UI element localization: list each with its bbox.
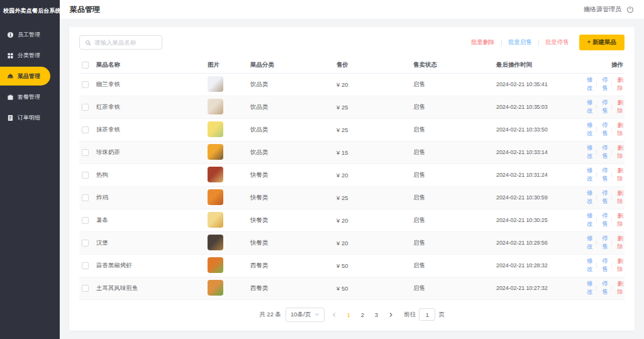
category-grid-icon [7, 52, 14, 59]
delete-link[interactable]: 删除 [615, 76, 624, 92]
divider [611, 286, 612, 291]
delete-link[interactable]: 删除 [615, 144, 624, 160]
dish-image [208, 212, 223, 228]
main-area: 菜品管理 幽络源管理员 批量删除 [60, 0, 644, 339]
chevron-down-icon [314, 312, 319, 317]
row-checkbox[interactable] [82, 126, 89, 133]
last-operate-time: 2024-02-21 10:33:50 [494, 118, 582, 141]
new-dish-button[interactable]: + 新建菜品 [579, 35, 625, 50]
content-area: 批量删除 批量启售 批量停售 + 新建菜品 [60, 19, 644, 339]
dish-image [208, 235, 223, 250]
sidebar-item-1[interactable]: 员工管理 [0, 25, 50, 44]
row-checkbox[interactable] [82, 217, 89, 224]
goto-page: 前往 页 [404, 308, 445, 321]
stop-sale-link[interactable]: 停售 [599, 280, 608, 296]
edit-link[interactable]: 修改 [584, 257, 593, 274]
dish-image [208, 189, 223, 205]
sidebar-item-5[interactable]: 订单明细 [0, 108, 50, 127]
stop-sale-link[interactable]: 停售 [599, 189, 608, 206]
col-header-status: 售卖状态 [411, 58, 494, 73]
row-checkbox[interactable] [82, 240, 89, 247]
select-all-checkbox[interactable] [82, 62, 89, 69]
user-area: 幽络源管理员 [584, 5, 634, 14]
page-number-button[interactable]: 3 [371, 310, 381, 320]
dish-image [208, 144, 223, 160]
delete-link[interactable]: 删除 [615, 99, 624, 115]
edit-link[interactable]: 修改 [584, 280, 593, 296]
batch-disable-button[interactable]: 批量停售 [545, 38, 569, 47]
stop-sale-link[interactable]: 停售 [599, 99, 608, 115]
table-row: 抹茶拿铁 饮品类 ¥ 25 启售 2024-02-21 10:33:50 修改 … [79, 118, 625, 141]
dish-image [208, 76, 223, 92]
row-checkbox[interactable] [82, 285, 89, 292]
row-checkbox[interactable] [82, 172, 89, 179]
row-checkbox[interactable] [82, 262, 89, 269]
dish-name: 炸鸡 [96, 194, 108, 202]
page-number-button[interactable]: 1 [343, 310, 353, 320]
delete-link[interactable]: 删除 [615, 189, 624, 206]
batch-enable-button[interactable]: 批量启售 [508, 38, 532, 47]
dish-category: 饮品类 [248, 141, 334, 164]
delete-link[interactable]: 删除 [615, 212, 624, 228]
dish-image [208, 167, 223, 182]
row-checkbox[interactable] [82, 149, 89, 156]
edit-link[interactable]: 修改 [584, 167, 593, 183]
stop-sale-link[interactable]: 停售 [599, 235, 608, 251]
sidebar-item-4[interactable]: 套餐管理 [0, 87, 50, 106]
delete-link[interactable]: 删除 [615, 280, 624, 296]
dish-price: ¥ 15 [334, 141, 411, 164]
page-number-button[interactable]: 2 [357, 310, 367, 320]
power-icon[interactable] [626, 6, 634, 13]
dish-category: 饮品类 [248, 118, 334, 141]
row-checkbox[interactable] [82, 81, 89, 88]
sidebar-item-label: 菜品管理 [18, 72, 40, 81]
col-header-actions: 操作 [582, 58, 625, 73]
edit-link[interactable]: 修改 [584, 144, 593, 160]
edit-link[interactable]: 修改 [584, 189, 593, 206]
sidebar-item-label: 员工管理 [18, 31, 40, 39]
next-page-button[interactable] [386, 309, 396, 320]
edit-link[interactable]: 修改 [584, 76, 593, 92]
col-header-category: 菜品分类 [248, 58, 334, 73]
stop-sale-link[interactable]: 停售 [599, 121, 608, 138]
sidebar-item-3[interactable]: 菜品管理 [0, 67, 50, 86]
last-operate-time: 2024-02-21 10:35:03 [494, 96, 582, 118]
last-operate-time: 2024-02-21 10:33:14 [494, 141, 582, 164]
row-checkbox[interactable] [82, 104, 89, 111]
goto-page-input[interactable] [419, 308, 435, 321]
delete-link[interactable]: 删除 [615, 257, 624, 274]
batch-delete-button[interactable]: 批量删除 [471, 38, 495, 47]
delete-link[interactable]: 删除 [615, 167, 624, 183]
divider [611, 104, 612, 109]
edit-link[interactable]: 修改 [584, 99, 593, 115]
divider [596, 104, 597, 109]
stop-sale-link[interactable]: 停售 [599, 167, 608, 183]
search-icon [85, 40, 91, 46]
delete-link[interactable]: 删除 [615, 235, 624, 251]
prev-page-button[interactable] [329, 309, 339, 320]
stop-sale-link[interactable]: 停售 [599, 144, 608, 160]
sidebar: 校园外卖点餐后台系统 员工管理 分类管理 菜品管理 套餐管理 订单明细 [0, 0, 60, 339]
divider [611, 127, 612, 132]
employee-info-icon [7, 31, 14, 38]
stop-sale-link[interactable]: 停售 [599, 257, 608, 274]
search-input[interactable] [94, 39, 157, 46]
divider [596, 240, 597, 245]
divider [611, 218, 612, 223]
username: 幽络源管理员 [584, 5, 621, 14]
stop-sale-link[interactable]: 停售 [599, 212, 608, 228]
table-row: 珍珠奶茶 饮品类 ¥ 15 启售 2024-02-21 10:33:14 修改 … [79, 141, 625, 164]
page-size-select[interactable]: 10条/页 [286, 308, 325, 322]
edit-link[interactable]: 修改 [584, 235, 593, 251]
stop-sale-link[interactable]: 停售 [599, 76, 608, 92]
dish-image [208, 257, 223, 273]
sidebar-item-2[interactable]: 分类管理 [0, 46, 50, 65]
row-checkbox[interactable] [82, 194, 89, 201]
dish-status: 启售 [411, 186, 494, 209]
edit-link[interactable]: 修改 [584, 121, 593, 138]
table-row: 幽兰拿铁 饮品类 ¥ 20 启售 2024-02-21 10:35:41 修改 … [79, 73, 625, 96]
dish-status: 启售 [411, 118, 494, 141]
delete-link[interactable]: 删除 [615, 121, 624, 138]
edit-link[interactable]: 修改 [584, 212, 593, 228]
dish-image [208, 121, 223, 137]
